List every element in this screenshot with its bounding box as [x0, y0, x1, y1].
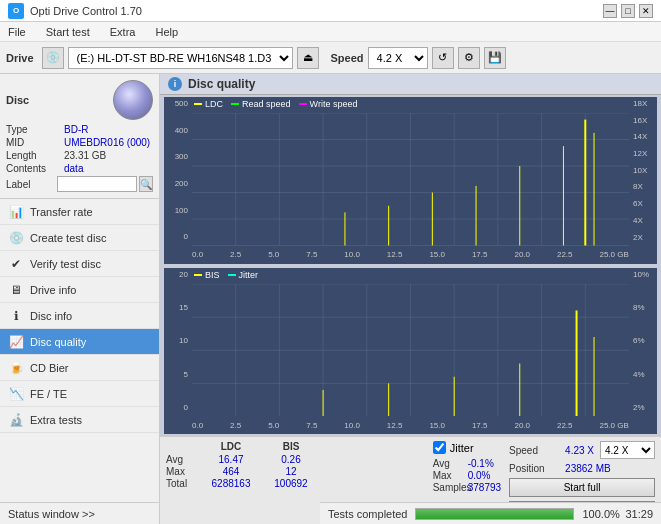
stats-col-bis: BIS	[261, 441, 321, 452]
bottom-chart-x-axis: 0.0 2.5 5.0 7.5 10.0 12.5 15.0 17.5 20.0…	[192, 416, 629, 434]
sidebar-item-verify-test-disc[interactable]: ✔ Verify test disc	[0, 251, 159, 277]
legend-jitter: Jitter	[228, 270, 259, 280]
speed-select[interactable]: 4.2 X	[368, 47, 428, 69]
disc-length-label: Length	[6, 150, 64, 161]
disc-quality-panel: i Disc quality LDC Read speed	[160, 74, 661, 524]
sidebar-item-label: FE / TE	[30, 388, 67, 400]
sidebar-item-label: Create test disc	[30, 232, 106, 244]
speed-stat-select[interactable]: 4.2 X	[600, 441, 655, 459]
bottom-chart-legend: BIS Jitter	[194, 270, 258, 280]
sidebar-item-disc-quality[interactable]: 📈 Disc quality	[0, 329, 159, 355]
progress-bar-container	[415, 508, 574, 520]
sidebar-item-label: Verify test disc	[30, 258, 101, 270]
time-elapsed: 31:29	[625, 508, 653, 520]
legend-write-speed: Write speed	[299, 99, 358, 109]
statusbar: Tests completed 100.0% 31:29	[320, 502, 661, 524]
titlebar-left: O Opti Drive Control 1.70	[8, 3, 142, 19]
top-chart-plot	[192, 113, 629, 246]
disc-contents-label: Contents	[6, 163, 64, 174]
drive-label: Drive	[6, 52, 34, 64]
disc-label-row: Label 🔍	[6, 176, 153, 192]
start-full-button[interactable]: Start full	[509, 478, 655, 497]
save-button[interactable]: 💾	[484, 47, 506, 69]
bottom-chart-plot	[192, 284, 629, 417]
sidebar-item-disc-info[interactable]: ℹ Disc info	[0, 303, 159, 329]
position-label: Position	[509, 463, 559, 474]
extra-tests-icon: 🔬	[8, 412, 24, 428]
status-text: Tests completed	[328, 508, 407, 520]
sidebar-item-label: Extra tests	[30, 414, 82, 426]
jitter-samples-row: Samples 378793	[433, 482, 501, 493]
disc-mid-label: MID	[6, 137, 64, 148]
stats-total-bis: 100692	[261, 478, 321, 489]
disc-quality-icon: 📈	[8, 334, 24, 350]
settings-button[interactable]: ⚙	[458, 47, 480, 69]
transfer-rate-icon: 📊	[8, 204, 24, 220]
disc-label-label: Label	[6, 179, 57, 190]
disc-label-input[interactable]	[57, 176, 137, 192]
toolbar: Drive 💿 (E:) HL-DT-ST BD-RE WH16NS48 1.D…	[0, 42, 661, 74]
sidebar-item-extra-tests[interactable]: 🔬 Extra tests	[0, 407, 159, 433]
drive-info-icon: 🖥	[8, 282, 24, 298]
main-area: Disc Type BD-R MID UMEBDR016 (000) Lengt…	[0, 74, 661, 524]
write-speed-dot	[299, 103, 307, 105]
disc-quality-icon-badge: i	[168, 77, 182, 91]
sidebar-item-transfer-rate[interactable]: 📊 Transfer rate	[0, 199, 159, 225]
disc-mid-value: UMEBDR016 (000)	[64, 137, 150, 148]
sidebar-item-cd-bier[interactable]: 🍺 CD Bier	[0, 355, 159, 381]
top-chart-y-right: 18X 16X 14X 12X 10X 8X 6X 4X 2X	[629, 97, 657, 244]
cd-bier-icon: 🍺	[8, 360, 24, 376]
legend-read-speed: Read speed	[231, 99, 291, 109]
disc-title: Disc	[6, 94, 29, 106]
disc-header: Disc	[6, 80, 153, 120]
menu-help[interactable]: Help	[151, 24, 182, 40]
jitter-checkbox-row: Jitter	[433, 441, 501, 454]
legend-bis: BIS	[194, 270, 220, 280]
speed-stat-label: Speed	[509, 445, 559, 456]
menu-file[interactable]: File	[4, 24, 30, 40]
drive-icon-btn[interactable]: 💿	[42, 47, 64, 69]
window-controls: — □ ✕	[603, 4, 653, 18]
stats-row-avg: Avg 16.47 0.26	[166, 454, 425, 465]
sidebar-item-fe-te[interactable]: 📉 FE / TE	[0, 381, 159, 407]
jitter-checkbox[interactable]	[433, 441, 446, 454]
create-test-disc-icon: 💿	[8, 230, 24, 246]
disc-label-button[interactable]: 🔍	[139, 176, 153, 192]
refresh-button[interactable]: ↺	[432, 47, 454, 69]
jitter-avg-row: Avg -0.1%	[433, 458, 501, 469]
jitter-samples: 378793	[468, 482, 501, 493]
progress-percent: 100.0%	[582, 508, 617, 520]
jitter-max-row: Max 0.0%	[433, 470, 501, 481]
top-chart: LDC Read speed Write speed 500	[164, 97, 657, 264]
progress-bar-fill	[416, 509, 573, 519]
speed-stat-value: 4.23 X	[565, 445, 594, 456]
drive-select[interactable]: (E:) HL-DT-ST BD-RE WH16NS48 1.D3	[68, 47, 293, 69]
position-info-row: Position 23862 MB	[509, 463, 655, 474]
minimize-button[interactable]: —	[603, 4, 617, 18]
menu-extra[interactable]: Extra	[106, 24, 140, 40]
disc-panel: Disc Type BD-R MID UMEBDR016 (000) Lengt…	[0, 74, 159, 199]
stats-total-ldc: 6288163	[201, 478, 261, 489]
eject-button[interactable]: ⏏	[297, 47, 319, 69]
stats-max-ldc: 464	[201, 466, 261, 477]
maximize-button[interactable]: □	[621, 4, 635, 18]
fe-te-icon: 📉	[8, 386, 24, 402]
sidebar-item-drive-info[interactable]: 🖥 Drive info	[0, 277, 159, 303]
close-button[interactable]: ✕	[639, 4, 653, 18]
status-window-button[interactable]: Status window >>	[0, 502, 159, 524]
ldc-dot	[194, 103, 202, 105]
sidebar-item-label: CD Bier	[30, 362, 69, 374]
verify-test-disc-icon: ✔	[8, 256, 24, 272]
sidebar-item-create-test-disc[interactable]: 💿 Create test disc	[0, 225, 159, 251]
jitter-label: Jitter	[450, 442, 474, 454]
sidebar-item-label: Disc info	[30, 310, 72, 322]
stats-row-total: Total 6288163 100692	[166, 478, 425, 489]
menu-start-test[interactable]: Start test	[42, 24, 94, 40]
charts-area: LDC Read speed Write speed 500	[160, 95, 661, 436]
sidebar-item-label: Transfer rate	[30, 206, 93, 218]
disc-mid-row: MID UMEBDR016 (000)	[6, 137, 153, 148]
bottom-chart-svg	[192, 284, 629, 417]
bottom-chart-y-left: 20 15 10 5 0	[164, 268, 192, 415]
app-logo: O	[8, 3, 24, 19]
disc-contents-row: Contents data	[6, 163, 153, 174]
